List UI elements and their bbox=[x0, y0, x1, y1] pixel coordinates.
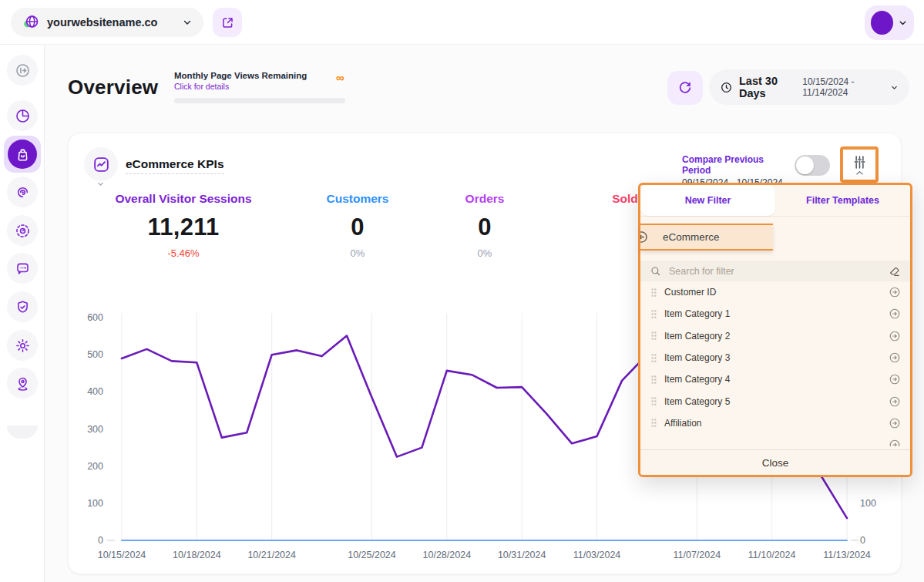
svg-text:11/07/2024: 11/07/2024 bbox=[673, 550, 721, 560]
svg-text:10/28/2024: 10/28/2024 bbox=[423, 550, 472, 560]
kpi-value: 11,211 bbox=[95, 214, 272, 241]
drag-handle-icon[interactable] bbox=[650, 395, 658, 407]
filter-category-label: eCommerce bbox=[663, 231, 720, 243]
filter-panel: New Filter Filter Templates eCommerce Cu… bbox=[638, 183, 912, 477]
shopping-bag-icon bbox=[15, 146, 31, 163]
site-selector-label: yourwebsitename.co bbox=[47, 16, 175, 29]
arrow-right-circle-icon[interactable] bbox=[889, 308, 901, 320]
svg-text:10/25/2024: 10/25/2024 bbox=[348, 550, 396, 560]
svg-text:0: 0 bbox=[98, 535, 103, 546]
website-globe-icon bbox=[22, 13, 40, 32]
drag-handle-icon[interactable] bbox=[650, 417, 658, 429]
arrow-right-circle-icon[interactable] bbox=[889, 286, 901, 298]
tab-new-filter[interactable]: New Filter bbox=[640, 185, 775, 216]
external-link-icon bbox=[220, 15, 235, 30]
filter-item-item-category-5[interactable]: Item Category 5 bbox=[640, 390, 910, 412]
arrow-right-circle-icon[interactable] bbox=[889, 373, 901, 385]
site-selector[interactable]: yourwebsitename.co bbox=[11, 8, 203, 37]
drag-handle-icon[interactable] bbox=[650, 352, 658, 364]
sidebar-item-swirl-analytics[interactable] bbox=[7, 177, 38, 207]
chart-squiggle-icon bbox=[92, 155, 111, 174]
filter-item-label: Item Category 2 bbox=[664, 331, 889, 341]
sidebar-item-session-target[interactable] bbox=[7, 215, 38, 246]
arrow-right-circle-icon[interactable] bbox=[889, 395, 901, 408]
user-menu[interactable] bbox=[865, 5, 914, 40]
kpi-label: Overall Visitor Sessions bbox=[95, 192, 272, 206]
kpi-overall-visitor-sessions: Overall Visitor Sessions11,211-5.46% bbox=[95, 192, 272, 259]
filter-list: Customer IDItem Category 1Item Category … bbox=[640, 281, 910, 446]
filter-search-row bbox=[640, 261, 910, 281]
open-site-button[interactable] bbox=[213, 8, 242, 37]
drag-handle-icon[interactable] bbox=[650, 374, 658, 385]
compare-toggle[interactable] bbox=[795, 155, 830, 176]
sidebar-item-shield-check[interactable] bbox=[7, 291, 38, 322]
drag-handle-icon[interactable] bbox=[650, 308, 658, 320]
date-range-picker[interactable]: Last 30 Days 10/15/2024 - 11/14/2024 bbox=[709, 69, 909, 105]
sidebar-item-shopping-bag[interactable] bbox=[4, 136, 41, 173]
session-target-icon bbox=[15, 223, 31, 239]
filter-item-item-category-2[interactable]: Item Category 2 bbox=[640, 325, 910, 347]
refresh-icon bbox=[677, 80, 693, 96]
filter-item-label: Customer ID bbox=[664, 287, 889, 298]
sidebar-item-collapse-sidebar[interactable] bbox=[7, 55, 38, 86]
search-icon bbox=[650, 265, 661, 277]
sidebar-item-chat-feedback[interactable] bbox=[7, 253, 38, 284]
svg-text:10/18/2024: 10/18/2024 bbox=[173, 550, 221, 560]
refresh-button[interactable] bbox=[667, 71, 703, 105]
svg-text:200: 200 bbox=[87, 461, 103, 472]
arrow-right-circle-icon[interactable] bbox=[889, 417, 901, 429]
filter-item-item-category-3[interactable]: Item Category 3 bbox=[640, 347, 910, 368]
svg-text:300: 300 bbox=[87, 424, 103, 435]
settings-gear-icon bbox=[15, 338, 31, 354]
filter-item-label: Affiliation bbox=[664, 418, 889, 429]
sidebar bbox=[0, 45, 45, 582]
quota-details-link[interactable]: Click for details bbox=[174, 82, 348, 91]
arrow-right-circle-icon[interactable] bbox=[889, 352, 901, 364]
chevron-down-icon[interactable] bbox=[96, 180, 105, 188]
filter-item-label: Item Category 5 bbox=[664, 396, 889, 407]
avatar bbox=[871, 11, 893, 35]
svg-text:10/21/2024: 10/21/2024 bbox=[247, 550, 296, 560]
swirl-analytics-icon bbox=[15, 184, 31, 200]
date-range-value: 10/15/2024 - 11/14/2024 bbox=[802, 76, 884, 98]
svg-text:100: 100 bbox=[87, 498, 103, 509]
filter-item-item-category-4[interactable]: Item Category 4 bbox=[640, 368, 910, 390]
filter-search-input[interactable] bbox=[669, 266, 880, 277]
arrow-right-circle-icon[interactable] bbox=[889, 439, 901, 446]
filter-item-item-category-1[interactable]: Item Category 1 bbox=[640, 303, 910, 325]
sidebar-item-location-pin[interactable] bbox=[7, 368, 38, 399]
kpi-delta: 0% bbox=[396, 247, 573, 259]
pageviews-quota: Monthly Page Views Remaining Click for d… bbox=[174, 71, 348, 103]
svg-text:11/10/2024: 11/10/2024 bbox=[748, 550, 796, 560]
sidebar-item-pie-chart[interactable] bbox=[7, 100, 38, 131]
svg-text:11/03/2024: 11/03/2024 bbox=[573, 550, 621, 560]
chevron-down-icon bbox=[182, 17, 193, 28]
date-range-label: Last 30 Days bbox=[739, 75, 795, 99]
filter-item-label: Item Category 1 bbox=[664, 308, 889, 319]
tab-filter-templates[interactable]: Filter Templates bbox=[775, 185, 910, 216]
quota-progress-bar bbox=[174, 98, 345, 103]
filter-category-ecommerce[interactable]: eCommerce bbox=[640, 224, 773, 251]
topbar: yourwebsitename.co bbox=[0, 0, 924, 45]
arrow-left-circle-icon bbox=[640, 230, 649, 244]
arrow-right-circle-icon[interactable] bbox=[889, 330, 901, 342]
drag-handle-icon[interactable] bbox=[650, 287, 658, 298]
svg-text:10/15/2024: 10/15/2024 bbox=[98, 550, 146, 560]
toggle-knob bbox=[796, 156, 814, 174]
filter-item-affiliation[interactable]: Affiliation bbox=[640, 412, 910, 434]
filter-item-label: Item Category 3 bbox=[664, 352, 889, 363]
filter-item-partial[interactable] bbox=[640, 434, 910, 446]
sidebar-item-settings-gear[interactable] bbox=[7, 330, 38, 361]
location-pin-icon bbox=[15, 375, 31, 392]
filter-item-label: Item Category 4 bbox=[664, 374, 889, 385]
filter-button[interactable] bbox=[840, 146, 879, 183]
chevron-down-icon bbox=[898, 18, 908, 28]
eraser-icon[interactable] bbox=[888, 264, 901, 278]
kpi-delta: -5.46% bbox=[95, 247, 272, 259]
svg-text:100: 100 bbox=[860, 498, 876, 509]
filter-item-customer-id[interactable]: Customer ID bbox=[640, 281, 910, 303]
close-button[interactable]: Close bbox=[640, 449, 910, 475]
kpi-widget-button[interactable] bbox=[84, 147, 118, 181]
svg-text:10/31/2024: 10/31/2024 bbox=[498, 550, 546, 560]
drag-handle-icon[interactable] bbox=[650, 330, 658, 341]
